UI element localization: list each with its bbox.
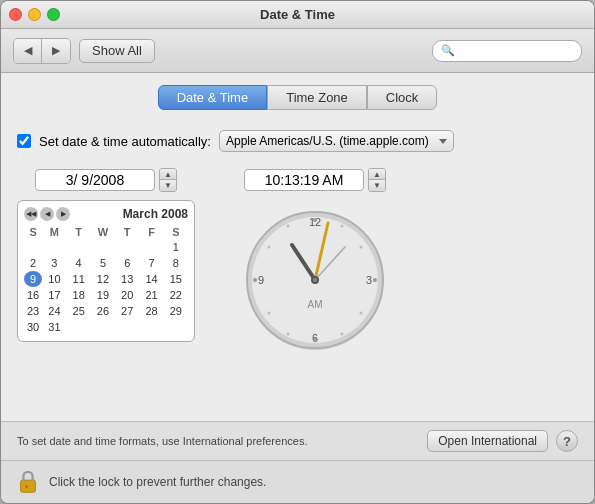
svg-point-7 <box>313 218 317 222</box>
calendar-day[interactable]: 3 <box>42 255 66 271</box>
cal-next-button[interactable]: ▶ <box>56 207 70 221</box>
calendar-grid: S M T W T F S 12345678910111213141516171… <box>24 225 188 335</box>
calendar-day[interactable]: 9 <box>24 271 42 287</box>
cal-prev-button[interactable]: ◀ <box>40 207 54 221</box>
calendar-day[interactable]: 23 <box>24 303 42 319</box>
calendar-day[interactable]: 5 <box>91 255 115 271</box>
bottom-bar: To set date and time formats, use Intern… <box>1 421 594 460</box>
weekday-fri: F <box>139 225 163 239</box>
date-stepper-down[interactable]: ▼ <box>160 180 176 191</box>
calendar-day[interactable]: 14 <box>139 271 163 287</box>
back-button[interactable]: ◀ <box>14 39 42 63</box>
calendar-day[interactable]: 21 <box>139 287 163 303</box>
weekday-mon: M <box>42 225 66 239</box>
traffic-lights <box>9 8 60 21</box>
calendar-day[interactable]: 29 <box>164 303 188 319</box>
time-stepper-up[interactable]: ▲ <box>369 169 385 180</box>
calendar-day[interactable]: 6 <box>115 255 139 271</box>
content-area: Date & Time Time Zone Clock Set date & t… <box>1 73 594 421</box>
calendar-day <box>67 239 91 255</box>
nav-buttons: ◀ ▶ <box>13 38 71 64</box>
calendar-day[interactable]: 8 <box>164 255 188 271</box>
am-label: AM <box>308 299 323 310</box>
close-button[interactable] <box>9 8 22 21</box>
calendar-day[interactable]: 19 <box>91 287 115 303</box>
lock-icon[interactable] <box>17 469 39 495</box>
calendar-day <box>67 319 91 335</box>
calendar-day[interactable]: 30 <box>24 319 42 335</box>
calendar-day[interactable]: 1 <box>164 239 188 255</box>
svg-point-16 <box>253 278 257 282</box>
calendar-day <box>24 239 42 255</box>
dropdown-arrow-icon <box>439 139 447 144</box>
calendar-day[interactable]: 28 <box>139 303 163 319</box>
date-input-row: 3/ 9/2008 ▲ ▼ <box>17 168 195 192</box>
forward-button[interactable]: ▶ <box>42 39 70 63</box>
clock-side: 10:13:19 AM ▲ ▼ <box>235 168 395 409</box>
date-stepper: ▲ ▼ <box>159 168 177 192</box>
date-input[interactable]: 3/ 9/2008 <box>35 169 155 191</box>
main-body: 3/ 9/2008 ▲ ▼ ◀◀ ◀ ▶ March 2008 <box>17 168 578 409</box>
weekday-sat: S <box>164 225 188 239</box>
titlebar: Date & Time <box>1 1 594 29</box>
time-server-value: Apple Americas/U.S. (time.apple.com) <box>226 134 429 148</box>
calendar-day <box>139 239 163 255</box>
svg-point-12 <box>341 333 344 336</box>
calendar-day[interactable]: 4 <box>67 255 91 271</box>
tab-time-zone[interactable]: Time Zone <box>267 85 367 110</box>
svg-point-8 <box>341 225 344 228</box>
calendar-day[interactable]: 18 <box>67 287 91 303</box>
auto-time-label: Set date & time automatically: <box>39 134 211 149</box>
calendar-day[interactable]: 15 <box>164 271 188 287</box>
weekday-tue: T <box>67 225 91 239</box>
svg-point-18 <box>287 225 290 228</box>
calendar-day[interactable]: 2 <box>24 255 42 271</box>
toolbar: ◀ ▶ Show All 🔍 <box>1 29 594 73</box>
calendar-day[interactable]: 12 <box>91 271 115 287</box>
help-button[interactable]: ? <box>556 430 578 452</box>
calendar-side: 3/ 9/2008 ▲ ▼ ◀◀ ◀ ▶ March 2008 <box>17 168 195 409</box>
svg-point-13 <box>313 338 317 342</box>
auto-time-row: Set date & time automatically: Apple Ame… <box>17 124 578 158</box>
calendar-widget: ◀◀ ◀ ▶ March 2008 S M T W <box>17 200 195 342</box>
calendar-day[interactable]: 25 <box>67 303 91 319</box>
calendar-day[interactable]: 7 <box>139 255 163 271</box>
time-input[interactable]: 10:13:19 AM <box>244 169 364 191</box>
tab-clock[interactable]: Clock <box>367 85 438 110</box>
calendar-day <box>164 319 188 335</box>
time-server-dropdown[interactable]: Apple Americas/U.S. (time.apple.com) <box>219 130 454 152</box>
calendar-day[interactable]: 26 <box>91 303 115 319</box>
calendar-nav: ◀◀ ◀ ▶ <box>24 207 70 221</box>
calendar-day[interactable]: 11 <box>67 271 91 287</box>
open-international-button[interactable]: Open International <box>427 430 548 452</box>
weekday-sun: S <box>24 225 42 239</box>
tab-bar: Date & Time Time Zone Clock <box>17 85 578 110</box>
search-icon: 🔍 <box>441 44 455 57</box>
cal-prev-prev-button[interactable]: ◀◀ <box>24 207 38 221</box>
maximize-button[interactable] <box>47 8 60 21</box>
svg-text:3: 3 <box>366 274 372 286</box>
calendar-day[interactable]: 13 <box>115 271 139 287</box>
calendar-day <box>42 239 66 255</box>
calendar-day[interactable]: 10 <box>42 271 66 287</box>
lock-label: Click the lock to prevent further change… <box>49 475 266 489</box>
auto-time-checkbox[interactable] <box>17 134 31 148</box>
calendar-day[interactable]: 20 <box>115 287 139 303</box>
calendar-day <box>91 239 115 255</box>
minimize-button[interactable] <box>28 8 41 21</box>
search-input[interactable] <box>458 44 573 58</box>
tab-date-time[interactable]: Date & Time <box>158 85 268 110</box>
calendar-day[interactable]: 17 <box>42 287 66 303</box>
show-all-button[interactable]: Show All <box>79 39 155 63</box>
time-stepper-down[interactable]: ▼ <box>369 180 385 191</box>
calendar-month-year: March 2008 <box>123 207 188 221</box>
time-input-row: 10:13:19 AM ▲ ▼ <box>244 168 386 192</box>
calendar-day[interactable]: 16 <box>24 287 42 303</box>
search-box[interactable]: 🔍 <box>432 40 582 62</box>
calendar-day[interactable]: 31 <box>42 319 66 335</box>
calendar-day[interactable]: 27 <box>115 303 139 319</box>
calendar-day[interactable]: 24 <box>42 303 66 319</box>
date-stepper-up[interactable]: ▲ <box>160 169 176 180</box>
svg-point-9 <box>360 246 363 249</box>
calendar-day[interactable]: 22 <box>164 287 188 303</box>
